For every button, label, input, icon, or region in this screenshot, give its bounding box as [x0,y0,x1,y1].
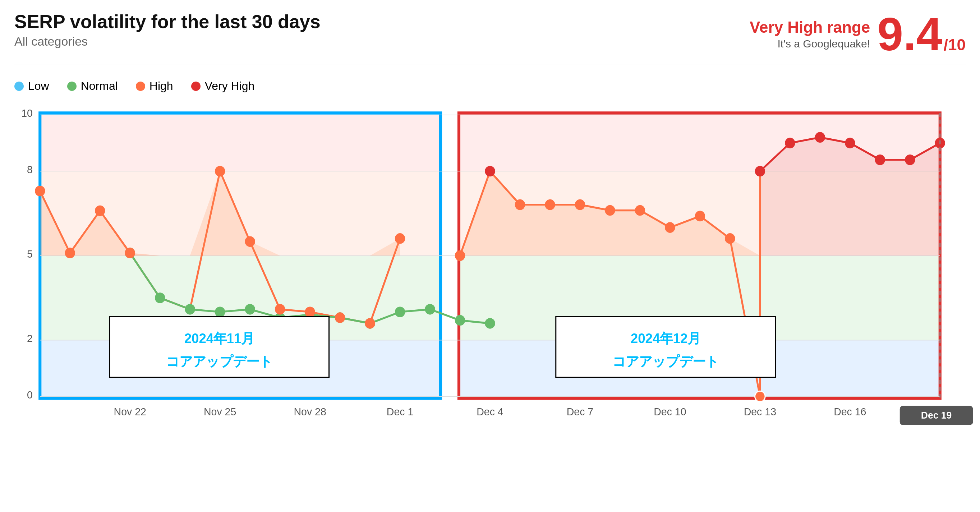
dot-orange-dec1b [395,233,406,244]
x-label-dec7: Dec 7 [567,406,593,418]
chart-container: 10 8 5 2 0 [14,103,966,427]
chart-legend: Low Normal High Very High [14,80,966,93]
range-label: Very High range It's a Googlequake! [749,18,870,50]
dot-orange-dec6 [545,199,555,210]
dot-red-dec18 [905,154,915,165]
legend-dot-very-high [191,81,200,91]
dot-orange-nov27b [275,304,285,315]
y-label-0: 0 [27,389,33,401]
legend-label-high: High [150,80,173,93]
legend-low: Low [14,80,49,93]
dot-green-nov23 [155,293,165,303]
y-label-10: 10 [21,107,33,119]
legend-high: High [136,80,173,93]
dot-orange-dec5 [515,199,525,210]
dot-red-dec13 [755,166,765,177]
x-label-nov25: Nov 25 [204,406,236,418]
score-denom: /10 [944,36,966,54]
dot-green-dec2 [425,304,435,315]
x-label-nov28: Nov 28 [294,406,326,418]
y-label-8: 8 [27,164,33,175]
main-chart-svg: 10 8 5 2 0 [14,103,966,427]
score-display: 9.4 /10 [877,11,966,57]
dot-green-nov26 [245,304,255,315]
legend-dot-normal [67,81,76,91]
page-header: SERP volatility for the last 30 days All… [14,11,966,65]
dot-red-dec14 [785,138,795,148]
x-label-dec1: Dec 1 [387,406,413,418]
range-title: Very High range [749,18,870,36]
dot-orange-dec7 [575,199,585,210]
categories-label: All categories [14,35,321,49]
x-label-dec4: Dec 4 [477,406,503,418]
legend-normal: Normal [67,80,118,93]
dot-orange-dec10 [665,222,675,233]
y-label-2: 2 [27,332,33,344]
dot-orange-nov22b [125,248,135,258]
chart-area: 10 8 5 2 0 [14,103,966,427]
dot-orange-dec11 [695,211,705,222]
x-label-dec16: Dec 16 [834,406,866,418]
page-title: SERP volatility for the last 30 days [14,11,321,32]
dot-green-dec1 [395,307,406,317]
legend-label-low: Low [28,80,49,93]
y-label-5: 5 [27,248,33,260]
band-very-high-left [40,115,441,172]
legend-dot-low [14,81,24,91]
header-left: SERP volatility for the last 30 days All… [14,11,321,49]
dot-green-dec3 [455,315,465,326]
dot-orange-nov19 [35,186,45,197]
x-label-dec13: Dec 13 [744,406,776,418]
dot-orange-nov25 [215,166,225,177]
dot-orange-dec9 [635,205,646,216]
dot-green-nov24 [185,304,195,315]
x-label-dec10: Dec 10 [654,406,686,418]
dot-orange-dec8 [605,205,615,216]
range-subtitle: It's a Googlequake! [749,38,870,50]
legend-label-very-high: Very High [205,80,255,93]
dec-label-line1: 2024年12月 [631,331,701,346]
legend-label-normal: Normal [81,80,118,93]
nov-label-line1: 2024年11月 [185,331,255,346]
dot-orange-nov28b [305,307,315,317]
dot-red-dec4 [485,166,495,177]
dot-orange-nov21 [95,205,105,216]
dot-orange-dec3b [455,250,465,261]
dec19-badge-text: Dec 19 [921,410,951,421]
score-number: 9.4 [877,11,942,57]
dot-orange-dec13-bottom [755,391,765,402]
dot-orange-nov30b [365,318,375,329]
dec-label-line2: コアアップデート [612,353,719,369]
dot-orange-nov20 [65,248,75,258]
dot-red-dec16 [845,138,855,148]
dot-green-nov25 [215,307,225,317]
dot-red-dec15 [815,132,826,143]
dot-orange-nov29b [335,312,345,323]
header-right: Very High range It's a Googlequake! 9.4 … [749,11,966,57]
legend-dot-high [136,81,145,91]
dot-orange-dec12 [725,233,735,244]
nov-label-line2: コアアップデート [166,353,273,369]
dot-green-dec4 [485,318,495,329]
dot-red-dec17 [875,154,886,165]
dot-orange-nov26 [245,237,255,247]
x-label-nov22: Nov 22 [114,406,146,418]
legend-very-high: Very High [191,80,255,93]
